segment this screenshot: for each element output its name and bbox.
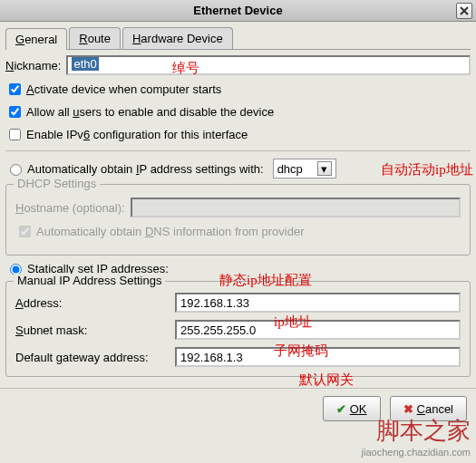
address-input[interactable] — [175, 293, 461, 313]
tab-row: General Route Hardware Device — [5, 27, 471, 50]
subnet-label: Subnet mask: — [15, 323, 170, 337]
nickname-label: Nickname: — [5, 59, 61, 72]
window-title: Ethernet Device — [193, 4, 282, 17]
activate-checkbox[interactable] — [9, 83, 21, 95]
activate-label: Activate device when computer starts — [26, 82, 221, 96]
auto-ip-radio[interactable] — [10, 164, 22, 176]
hostname-label: Hostname (optional): — [15, 201, 125, 215]
ipv6-label: Enable IPv6 configuration for this inter… — [26, 128, 248, 141]
close-button[interactable] — [456, 3, 472, 19]
divider — [5, 150, 471, 151]
autodns-checkbox — [19, 226, 31, 237]
manual-ip-legend: Manual IP Address Settings — [14, 274, 165, 287]
tab-hardware[interactable]: Hardware Device — [122, 27, 233, 49]
autodns-label: Automatically obtain DNS information fro… — [36, 225, 305, 238]
users-check-row: Allow all users to enable and disable th… — [5, 103, 471, 121]
subnet-input[interactable] — [175, 320, 461, 340]
cancel-button[interactable]: ✖Cancel — [390, 396, 467, 421]
footer: ✔OK ✖Cancel — [0, 388, 476, 429]
chevron-down-icon: ▾ — [317, 161, 332, 176]
ipv6-checkbox[interactable] — [9, 129, 21, 140]
nickname-row: Nickname: eth0 — [5, 55, 471, 75]
auto-ip-label: Automatically obtain IP address settings… — [27, 162, 264, 176]
gateway-input[interactable] — [175, 347, 461, 367]
cancel-icon: ✖ — [403, 402, 413, 416]
titlebar: Ethernet Device — [0, 0, 476, 22]
users-label: Allow all users to enable and disable th… — [26, 105, 274, 119]
tab-route[interactable]: Route — [69, 27, 121, 49]
ipv6-check-row: Enable IPv6 configuration for this inter… — [5, 126, 471, 143]
manual-ip-fieldset: Manual IP Address Settings Address: Subn… — [5, 281, 471, 377]
ok-button[interactable]: ✔OK — [323, 396, 381, 421]
close-icon — [460, 6, 469, 15]
hostname-input — [131, 198, 461, 217]
nickname-input[interactable]: eth0 — [66, 55, 471, 75]
dhcp-legend: DHCP Settings — [14, 177, 100, 190]
check-icon: ✔ — [336, 402, 346, 416]
auto-ip-row: Automatically obtain IP address settings… — [5, 159, 471, 178]
gateway-label: Default gateway address: — [15, 351, 170, 364]
address-label: Address: — [15, 296, 170, 310]
dhcp-fieldset: DHCP Settings Hostname (optional): Autom… — [5, 184, 471, 256]
dhcp-dropdown[interactable]: dhcp ▾ — [273, 159, 336, 178]
users-checkbox[interactable] — [9, 106, 21, 118]
activate-check-row: Activate device when computer starts — [5, 81, 471, 98]
tab-general[interactable]: General — [5, 28, 67, 50]
